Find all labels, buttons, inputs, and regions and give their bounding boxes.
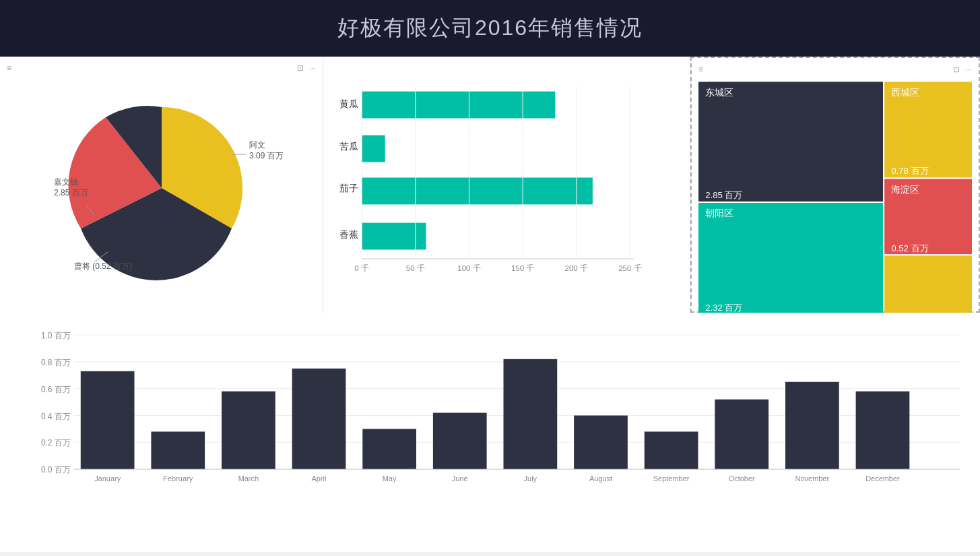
- bar-apr: [292, 369, 346, 469]
- label-oct: October: [729, 474, 755, 483]
- main-content: ≡ ⊡ ···: [0, 57, 980, 552]
- treemap-chaoyang: [698, 203, 883, 314]
- y-0.0: 0.0 百万: [41, 465, 71, 474]
- bottom-bar-svg: 1.0 百万 0.8 百万 0.6 百万 0.4 百万 0.2 百万 0.0 百…: [40, 319, 967, 525]
- label-mar: March: [238, 474, 259, 483]
- bar-jul: [504, 359, 558, 469]
- treemap-xicheng-label: 西城区: [891, 87, 919, 98]
- treemap-right-icons: ⊡ ···: [953, 65, 972, 74]
- label-apr: April: [312, 474, 327, 483]
- bar-feb: [151, 431, 205, 469]
- y-0.4: 0.4 百万: [41, 412, 71, 421]
- label-aug: August: [589, 474, 612, 483]
- y-0.2: 0.2 百万: [41, 438, 71, 447]
- bar-nov: [785, 382, 839, 470]
- treemap-dongcheng-label: 东城区: [705, 87, 733, 98]
- pie-value-awen: 3.09 百万: [249, 151, 283, 160]
- label-sep: September: [653, 474, 690, 483]
- bar-h-xiangjiao: [362, 223, 426, 250]
- x-axis-150: 150 千: [511, 264, 534, 272]
- treemap-expand-icon[interactable]: ⊡: [953, 65, 960, 74]
- treemap-xicheng-value: 0.78 百万: [891, 166, 928, 176]
- bar-mar: [222, 392, 275, 470]
- x-axis-200: 200 千: [565, 264, 588, 272]
- x-axis-250: 250 千: [618, 264, 641, 272]
- bar-sep: [645, 431, 698, 469]
- treemap-svg: 东城区 2.85 百万 西城区 0.78 百万 朝阳区 2.32 百万 海淀区 …: [698, 82, 972, 321]
- treemap-hamburger-icon[interactable]: ≡: [698, 65, 703, 74]
- treemap-more-icon[interactable]: ···: [965, 65, 972, 74]
- bar-jan: [81, 371, 135, 469]
- page-title: 好极有限公司2016年销售情况: [0, 0, 980, 57]
- treemap-chaoyang-label: 朝阳区: [705, 208, 733, 218]
- bar-h-qiezi: [362, 178, 593, 205]
- bar-h-kugua: [362, 135, 385, 162]
- label-jun: June: [452, 474, 468, 483]
- label-jul: July: [524, 474, 537, 483]
- treemap-left-icons: ≡: [698, 65, 703, 74]
- bar-h-label-kugua: 苦瓜: [339, 142, 358, 152]
- pie-chart-svg: 阿文 3.09 百万 嘉文钱 2.85 百万 曹将 (0.52 百万): [40, 73, 283, 296]
- label-feb: February: [163, 474, 193, 483]
- y-0.6: 0.6 百万: [41, 385, 71, 394]
- bar-may: [362, 429, 416, 469]
- bar-h-label-qiezi: 茄子: [339, 183, 358, 193]
- top-row: ≡ ⊡ ···: [0, 57, 980, 313]
- treemap-haidian-value: 0.52 百万: [891, 243, 928, 253]
- bar-h-label-xiangjiao: 香蕉: [339, 230, 358, 240]
- bar-oct: [715, 400, 769, 470]
- bar-h-chart-svg: 黄瓜 苦瓜 茄子 香蕉 0 千: [330, 63, 683, 306]
- pie-value-jiawen: 2.85 百万: [54, 188, 88, 197]
- bar-aug: [574, 416, 628, 470]
- x-axis-0: 0 千: [354, 264, 369, 272]
- treemap-panel: ≡ ⊡ ··· 东城区 2.85 百万 西城区 0.78 百万: [690, 57, 980, 313]
- bar-h-chart-panel: 黄瓜 苦瓜 茄子 香蕉 0 千: [323, 57, 690, 313]
- label-may: May: [383, 474, 397, 483]
- label-nov: November: [795, 474, 830, 483]
- treemap-extra: [884, 255, 972, 314]
- pie-chart-container: 阿文 3.09 百万 嘉文钱 2.85 百万 曹将 (0.52 百万): [7, 63, 316, 306]
- pie-label-awen: 阿文: [249, 140, 265, 150]
- bottom-bar-panel: 1.0 百万 0.8 百万 0.6 百万 0.4 百万 0.2 百万 0.0 百…: [0, 313, 980, 552]
- treemap-haidian-label: 海淀区: [891, 184, 919, 195]
- left-section: ≡ ⊡ ···: [0, 57, 980, 552]
- x-axis-50: 50 千: [406, 264, 425, 272]
- x-axis-100: 100 千: [457, 264, 480, 272]
- y-1.0: 1.0 百万: [41, 331, 71, 340]
- treemap-dongcheng-value: 2.85 百万: [705, 190, 742, 200]
- y-0.8: 0.8 百万: [41, 358, 71, 367]
- label-dec: December: [865, 474, 900, 483]
- bar-dec: [856, 392, 910, 470]
- bar-jun: [433, 413, 487, 470]
- treemap-dongcheng: [698, 82, 883, 202]
- pie-label-cao: 曹将 (0.52 百万): [74, 261, 132, 271]
- treemap-chaoyang-value: 2.32 百万: [705, 303, 742, 313]
- bar-h-huanggua: [362, 92, 555, 119]
- bar-h-label-huanggua: 黄瓜: [339, 99, 358, 109]
- pie-label-jiawen: 嘉文钱: [54, 177, 78, 187]
- pie-chart-panel: ≡ ⊡ ···: [0, 57, 323, 313]
- label-jan: January: [94, 474, 121, 483]
